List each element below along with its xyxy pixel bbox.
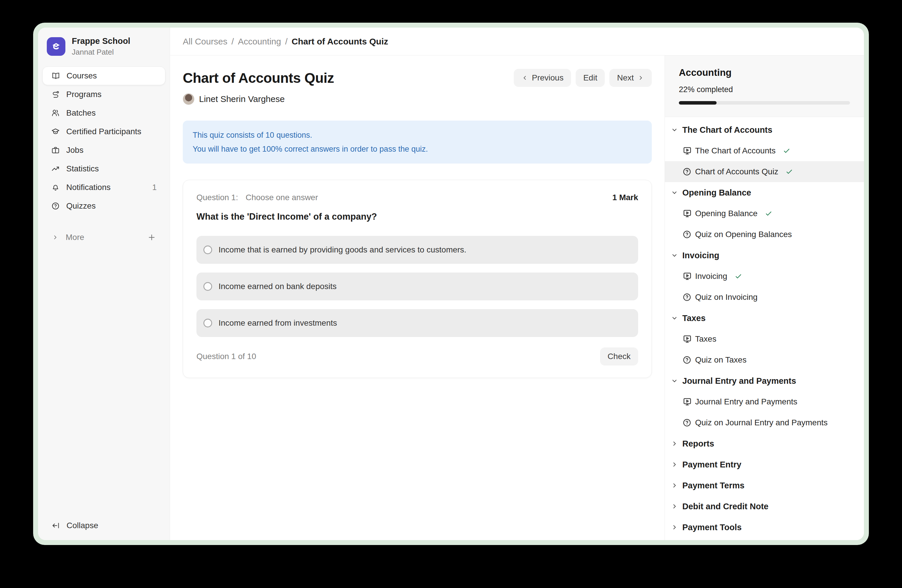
outline-item-quiz-on-opening-balances[interactable]: Quiz on Opening Balances: [665, 224, 864, 245]
sidebar-item-more[interactable]: More: [42, 228, 165, 247]
monitor-play-icon: [682, 397, 692, 407]
outline-item-quiz-on-taxes[interactable]: Quiz on Taxes: [665, 349, 864, 371]
title-row: Chart of Accounts Quiz Previous Edit Nex…: [183, 69, 652, 87]
help-circle-icon: [682, 292, 692, 302]
collapse-label: Collapse: [67, 521, 98, 530]
outline-section-the-chart-of-accounts[interactable]: The Chart of Accounts: [665, 119, 864, 140]
radio-button[interactable]: [204, 246, 212, 254]
course-outline-tree: The Chart of AccountsThe Chart of Accoun…: [665, 117, 864, 540]
outline-section-payment-entry[interactable]: Payment Entry: [665, 454, 864, 475]
sidebar-item-courses[interactable]: Courses: [42, 67, 165, 85]
sidebar-item-jobs[interactable]: Jobs: [42, 141, 165, 160]
breadcrumb-all-courses[interactable]: All Courses: [183, 37, 227, 47]
sidebar-item-batches[interactable]: Batches: [42, 104, 165, 122]
outline-section-reports[interactable]: Reports: [665, 433, 864, 454]
sidebar-item-statistics[interactable]: Statistics: [42, 160, 165, 178]
outline-section-debit-and-credit-note[interactable]: Debit and Credit Note: [665, 496, 864, 517]
answer-option-1[interactable]: Income that is earned by providing goods…: [196, 236, 638, 264]
course-progress-text: 22% completed: [679, 85, 850, 94]
outline-item-the-chart-of-accounts[interactable]: The Chart of Accounts: [665, 140, 864, 161]
answer-option-2[interactable]: Income earned on bank deposits: [196, 272, 638, 300]
outline-item-label: Quiz on Invoicing: [695, 292, 758, 302]
question-type-hint: Choose one answer: [246, 193, 318, 202]
school-switcher[interactable]: Frappe School Jannat Patel: [38, 28, 170, 57]
outline-section-title: Reports: [682, 439, 714, 449]
outline-item-quiz-on-journal-entry-and-payments[interactable]: Quiz on Journal Entry and Payments: [665, 412, 864, 433]
chevron-right-icon: [637, 74, 644, 81]
outline-item-taxes[interactable]: Taxes: [665, 328, 864, 349]
answer-option-3[interactable]: Income earned from investments: [196, 309, 638, 337]
outline-section-title: Journal Entry and Payments: [682, 376, 796, 386]
sidebar-item-label: Statistics: [66, 164, 99, 174]
sidebar-item-label: Quizzes: [66, 201, 96, 211]
app-window: Frappe School Jannat Patel CoursesProgra…: [38, 28, 864, 540]
help-circle-icon: [682, 167, 692, 176]
question-card: Question 1: Choose one answer 1 Mark Wha…: [183, 180, 652, 378]
next-button[interactable]: Next: [609, 69, 652, 87]
outline-item-label: Chart of Accounts Quiz: [695, 167, 778, 176]
outline-item-invoicing[interactable]: Invoicing: [665, 266, 864, 287]
outline-item-opening-balance[interactable]: Opening Balance: [665, 203, 864, 224]
sidebar-item-label: Courses: [67, 71, 97, 80]
radio-button[interactable]: [204, 282, 212, 291]
question-footer: Question 1 of 10 Check: [196, 347, 638, 366]
brand-text: Frappe School Jannat Patel: [72, 36, 130, 57]
outline-item-quiz-on-invoicing[interactable]: Quiz on Invoicing: [665, 287, 864, 308]
outline-item-label: Journal Entry and Payments: [695, 397, 797, 407]
course-outline-panel: Accounting 22% completed The Chart of Ac…: [665, 55, 864, 540]
check-label: Check: [608, 352, 631, 361]
sidebar-item-quizzes[interactable]: Quizzes: [42, 197, 165, 215]
chevron-left-icon: [521, 74, 528, 81]
outline-section-invoicing[interactable]: Invoicing: [665, 245, 864, 266]
sidebar-item-label: Programs: [66, 90, 102, 99]
breadcrumb-current: Chart of Accounts Quiz: [292, 37, 388, 47]
outline-item-label: Taxes: [695, 335, 716, 344]
sidebar-item-certified-participants[interactable]: Certified Participants: [42, 122, 165, 141]
outline-section-payment-terms[interactable]: Payment Terms: [665, 475, 864, 496]
chevron-down-icon: [671, 377, 678, 385]
sidebar-nav: CoursesProgramsBatchesCertified Particip…: [38, 67, 170, 215]
chevron-right-icon: [52, 234, 59, 241]
outline-item-journal-entry-and-payments[interactable]: Journal Entry and Payments: [665, 391, 864, 412]
monitor-play-icon: [682, 146, 692, 156]
breadcrumb-accounting[interactable]: Accounting: [238, 37, 281, 47]
users-icon: [51, 109, 60, 117]
notice-line: This quiz consists of 10 questions.: [193, 128, 642, 142]
check-button[interactable]: Check: [600, 347, 638, 366]
outline-section-opening-balance[interactable]: Opening Balance: [665, 182, 864, 203]
previous-button[interactable]: Previous: [514, 69, 571, 87]
question-text: What is the 'Direct Income' of a company…: [196, 211, 638, 222]
notice-line: You will have to get 100% correct answer…: [193, 142, 642, 156]
page-title: Chart of Accounts Quiz: [183, 70, 334, 86]
outline-section-journal-entry-and-payments[interactable]: Journal Entry and Payments: [665, 371, 864, 391]
sidebar-item-notifications[interactable]: Notifications1: [42, 178, 165, 197]
check-icon: [783, 147, 791, 155]
outline-section-title: Payment Tools: [682, 522, 742, 532]
app-window-frame: Frappe School Jannat Patel CoursesProgra…: [33, 23, 869, 545]
help-circle-icon: [682, 355, 692, 364]
outline-item-chart-of-accounts-quiz[interactable]: Chart of Accounts Quiz: [665, 161, 864, 182]
breadcrumb-separator: /: [231, 37, 233, 47]
outline-section-taxes[interactable]: Taxes: [665, 308, 864, 328]
collapse-sidebar-button[interactable]: Collapse: [38, 521, 170, 540]
chevron-right-icon: [671, 440, 678, 447]
outline-section-payment-tools[interactable]: Payment Tools: [665, 517, 864, 538]
edit-button[interactable]: Edit: [576, 69, 605, 87]
answer-option-label: Income earned from investments: [219, 318, 337, 328]
question-marks: 1 Mark: [612, 193, 638, 202]
outline-item-label: The Chart of Accounts: [695, 146, 775, 155]
check-icon: [764, 210, 773, 217]
book-icon: [52, 72, 60, 80]
outline-item-label: Quiz on Opening Balances: [695, 230, 792, 239]
outline-item-label: Opening Balance: [695, 209, 758, 218]
quiz-notice: This quiz consists of 10 questions.You w…: [183, 120, 652, 164]
plus-icon[interactable]: [147, 233, 156, 242]
radio-button[interactable]: [204, 319, 212, 327]
body-row: Chart of Accounts Quiz Previous Edit Nex…: [170, 55, 864, 540]
left-sidebar: Frappe School Jannat Patel CoursesProgra…: [38, 28, 170, 540]
help-circle-icon: [682, 418, 692, 427]
check-icon: [785, 167, 793, 176]
course-progress-bar: [679, 101, 850, 105]
sidebar-item-programs[interactable]: Programs: [42, 85, 165, 104]
course-panel-header: Accounting 22% completed: [665, 55, 864, 117]
